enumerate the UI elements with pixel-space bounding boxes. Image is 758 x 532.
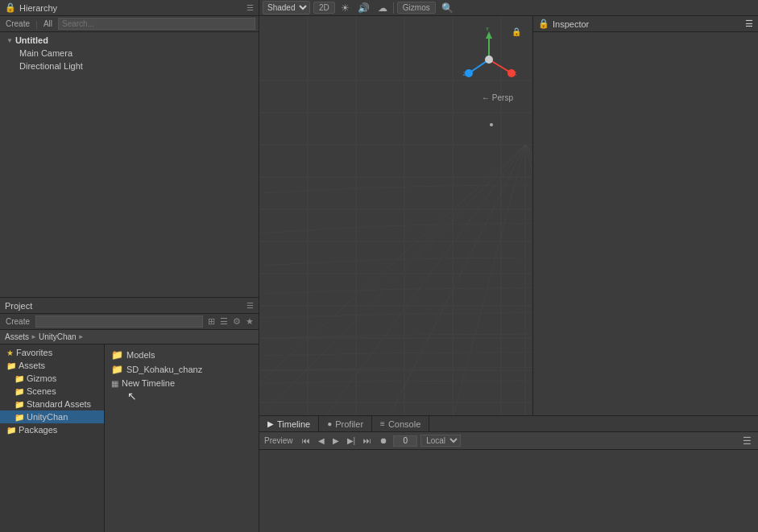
- svg-text:Z: Z: [463, 70, 467, 77]
- tree-gizmos[interactable]: 📁 Gizmos: [0, 372, 104, 385]
- frame-input[interactable]: [393, 435, 417, 447]
- skip-start-button[interactable]: ⏮: [300, 435, 313, 446]
- console-tab-icon: ≡: [380, 419, 385, 428]
- prev-frame-button[interactable]: ◀: [316, 435, 327, 446]
- unitychan-folder-icon: 📁: [14, 413, 24, 422]
- fx-icon[interactable]: ☁: [375, 2, 390, 14]
- favorites-star-icon: ★: [6, 348, 14, 357]
- project-star-icon[interactable]: ★: [244, 316, 255, 327]
- scene-dot: [490, 123, 493, 126]
- toolbar-separator: [393, 2, 394, 14]
- hierarchy-scene-root[interactable]: ▼ Untitled: [0, 34, 259, 47]
- expand-triangle: ▼: [6, 37, 13, 44]
- play-button[interactable]: ▶: [330, 435, 342, 446]
- hierarchy-item[interactable]: Directional Light: [0, 60, 259, 72]
- project-create-button[interactable]: Create: [3, 316, 32, 327]
- mouse-cursor-icon: ↖: [127, 390, 137, 402]
- file-item-sd-kohaku[interactable]: 📁 SD_Kohaku_chanz: [108, 362, 255, 377]
- project-toolbar-icons: ⊞ ☰ ⚙ ★: [206, 316, 255, 327]
- tree-scenes[interactable]: 📁 Scenes: [0, 385, 104, 398]
- project-panel: Project ☰ Create ⊞ ☰ ⚙ ★ Assets ► Un: [0, 298, 259, 532]
- project-search-input[interactable]: [35, 315, 203, 328]
- scene-toolbar: Shaded 2D ☀ 🔊 ☁ Gizmos 🔍: [259, 0, 758, 16]
- file-item-new-timeline[interactable]: ▦ New Timeline: [108, 377, 255, 390]
- tree-favorites[interactable]: ★ Favorites: [0, 346, 104, 359]
- scene-gizmo[interactable]: Y X Z 🔒: [457, 27, 521, 92]
- 2d-button[interactable]: 2D: [313, 2, 335, 14]
- hierarchy-item[interactable]: Main Camera: [0, 47, 259, 60]
- tab-profiler[interactable]: ● Profiler: [319, 416, 372, 431]
- project-content: ★ Favorites 📁 Assets 📁 Gizmos 📁 Scenes: [0, 344, 259, 532]
- hierarchy-menu-icon[interactable]: ☰: [246, 3, 254, 12]
- timeline-settings-icon[interactable]: ☰: [741, 435, 753, 447]
- scenes-folder-icon: 📁: [14, 387, 24, 396]
- tree-standard-assets[interactable]: 📁 Standard Assets: [0, 398, 104, 410]
- hierarchy-all-button[interactable]: All: [41, 19, 55, 29]
- bottom-tabs: ▶ Timeline ● Profiler ≡ Console: [259, 416, 758, 432]
- file-item-models[interactable]: 📁 Models: [108, 348, 255, 362]
- project-tree: ★ Favorites 📁 Assets 📁 Gizmos 📁 Scenes: [0, 344, 105, 532]
- inspector-header: 🔒 Inspector ☰: [533, 16, 758, 32]
- tree-packages[interactable]: 📁 Packages: [0, 423, 104, 436]
- main-layout: 🔒 Hierarchy ☰ Create | All ▼ Untitled: [0, 0, 758, 532]
- inspector-lock-icon: 🔒: [538, 19, 549, 29]
- cursor-area: ↖: [108, 390, 255, 406]
- breadcrumb-arrow: ►: [31, 333, 37, 340]
- hierarchy-header-icons: ☰: [246, 3, 254, 12]
- gizmos-button[interactable]: Gizmos: [397, 2, 436, 14]
- svg-text:Y: Y: [485, 27, 490, 32]
- project-breadcrumb: Assets ► UnityChan ►: [0, 330, 259, 344]
- skip-end-button[interactable]: ⏭: [361, 435, 374, 446]
- project-search-icon[interactable]: ⚙: [231, 316, 242, 327]
- record-button[interactable]: ⏺: [377, 435, 390, 446]
- tree-unitychan[interactable]: 📁 UnityChan: [0, 410, 104, 423]
- svg-marker-36: [486, 31, 492, 39]
- hierarchy-panel: 🔒 Hierarchy ☰ Create | All ▼ Untitled: [0, 0, 259, 298]
- scene-view[interactable]: Y X Z 🔒 ← Persp: [259, 16, 532, 415]
- tab-console[interactable]: ≡ Console: [372, 416, 429, 431]
- left-panel: 🔒 Hierarchy ☰ Create | All ▼ Untitled: [0, 0, 259, 532]
- breadcrumb-arrow2: ►: [78, 333, 85, 340]
- project-layout-icon2[interactable]: ☰: [218, 316, 230, 327]
- svg-text:X: X: [512, 70, 517, 77]
- project-header-icons: ☰: [246, 301, 254, 310]
- tab-timeline[interactable]: ▶ Timeline: [259, 416, 319, 431]
- project-title: Project: [5, 301, 32, 311]
- project-files: 📁 Models 📁 SD_Kohaku_chanz ▦ New Timelin…: [105, 344, 259, 532]
- center-right: Shaded 2D ☀ 🔊 ☁ Gizmos 🔍: [259, 0, 758, 532]
- gizmos-folder-icon: 📁: [14, 374, 24, 383]
- audio-icon[interactable]: 🔊: [355, 2, 372, 14]
- persp-label: ← Persp: [482, 93, 513, 102]
- inspector-panel: 🔒 Inspector ☰: [532, 16, 758, 415]
- timeline-content: [259, 450, 758, 532]
- sun-icon[interactable]: ☀: [338, 2, 352, 14]
- hierarchy-search-input[interactable]: [58, 18, 255, 30]
- new-timeline-icon: ▦: [111, 379, 118, 388]
- svg-point-41: [485, 56, 493, 64]
- project-layout-icon1[interactable]: ⊞: [206, 316, 217, 327]
- models-folder-icon: 📁: [111, 349, 123, 361]
- hierarchy-title: 🔒 Hierarchy: [5, 2, 57, 13]
- bottom-panel: ▶ Timeline ● Profiler ≡ Console Preview …: [259, 415, 758, 532]
- search-scene-icon[interactable]: 🔍: [439, 2, 456, 14]
- hierarchy-create-button[interactable]: Create: [3, 19, 32, 29]
- shading-mode-select[interactable]: Shaded: [263, 1, 310, 14]
- tree-assets[interactable]: 📁 Assets: [0, 359, 104, 372]
- inspector-menu-icon[interactable]: ☰: [745, 19, 753, 29]
- project-header: Project ☰: [0, 298, 259, 314]
- gizmo-lock-icon[interactable]: 🔒: [512, 27, 521, 36]
- packages-folder-icon: 📁: [6, 426, 16, 435]
- hierarchy-toolbar: Create | All: [0, 16, 259, 32]
- sd-kohaku-folder-icon: 📁: [111, 364, 123, 375]
- hierarchy-header: 🔒 Hierarchy ☰: [0, 0, 259, 16]
- timeline-toolbar: Preview ⏮ ◀ ▶ ▶| ⏭ ⏺ Local ☰: [259, 432, 758, 450]
- timeline-tab-icon: ▶: [267, 419, 274, 428]
- standard-assets-folder-icon: 📁: [14, 400, 24, 409]
- profiler-tab-icon: ●: [327, 419, 332, 428]
- project-toolbar: Create ⊞ ☰ ⚙ ★: [0, 314, 259, 330]
- project-menu-icon[interactable]: ☰: [246, 301, 254, 310]
- local-select[interactable]: Local: [420, 435, 461, 447]
- next-frame-button[interactable]: ▶|: [345, 435, 358, 446]
- hierarchy-lock-icon: 🔒: [5, 2, 16, 13]
- assets-folder-icon: 📁: [6, 361, 16, 370]
